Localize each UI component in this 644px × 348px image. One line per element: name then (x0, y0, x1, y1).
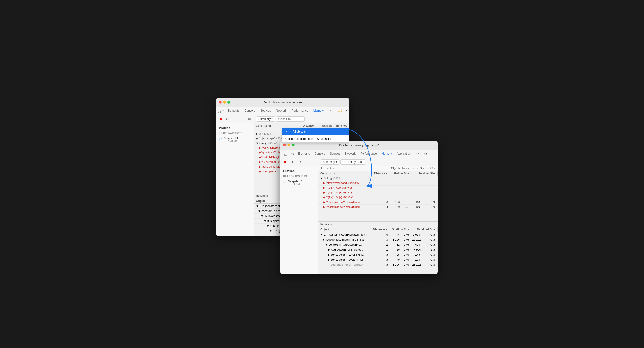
all-objects-label: All objects (320, 167, 332, 170)
tab-elements-bg[interactable]: Elements (225, 108, 242, 114)
traffic-lights-fg (283, 144, 294, 146)
table-row[interactable]: ▼ (string) ×31694 (318, 176, 438, 181)
snapshot1-label-fg: Snapshot 1 (288, 180, 303, 183)
table-row[interactable]: ▶ "^data:image\/(?:bmp|gif|jpeg 6 100 0 … (318, 200, 438, 205)
close-btn-fg[interactable] (283, 144, 286, 146)
inspect-icon[interactable]: ⬚ (218, 108, 221, 114)
snapshot1-item-bg[interactable]: 📄 Snapshot 1 15.8 MB (216, 136, 254, 144)
tab-more-bg[interactable]: >> (326, 108, 335, 114)
close-btn-bg[interactable] (219, 101, 222, 104)
collect-icon[interactable]: ⊞ (247, 116, 252, 122)
td-shallow-pct: 0 % (402, 205, 410, 209)
upload-icon-fg[interactable]: ↑ (298, 159, 304, 165)
ret-row[interactable]: ▶ constructor in system / M 3 40 0 % 104… (318, 257, 438, 262)
collect-icon-fg[interactable]: ⊞ (311, 159, 317, 165)
download-icon-fg[interactable]: ↓ (304, 159, 310, 165)
inspect-icon-fg[interactable]: ⬚ (282, 151, 289, 157)
td-retained-pct: 0 % (422, 205, 438, 209)
settings-icon-bg[interactable]: ⚙ (346, 108, 349, 114)
dropdown-item-before-snapshot-bg[interactable]: Objects allocated before Snapshot 1 (282, 135, 349, 142)
tab-sources-fg[interactable]: Sources (328, 151, 343, 157)
minimize-btn-fg[interactable] (288, 144, 290, 146)
summary-dropdown-bg[interactable]: Summary ▾ (256, 116, 275, 122)
tab-performance-fg[interactable]: Performance (358, 151, 379, 157)
retainers-section-fg: Retainers Object Distance▲ Shallow Size … (318, 221, 438, 274)
th-shallow-fg: Shallow Size (390, 171, 412, 176)
minimize-btn-bg[interactable] (223, 101, 226, 104)
summary-dropdown-fg[interactable]: Summary ▾ (320, 159, 340, 165)
ret-td-shallow-pct: 0 % (402, 252, 410, 257)
tab-warning-bg[interactable]: ⚠ 2 (335, 108, 345, 114)
filter-btn-fg[interactable]: ▽ Filter by class (340, 159, 365, 165)
ret-row[interactable]: ▼ regexp_last_match_info in sys 3 1 196 … (318, 237, 438, 242)
snapshot1-item-fg[interactable]: 📄 Snapshot 1 11.7 MB (280, 178, 318, 187)
window-title-bg: DevTools - www.google.com/ (263, 100, 303, 104)
ret-row[interactable]: aggregate_error_function 3 1 196 0 % 25 … (318, 262, 438, 267)
tab-elements-fg[interactable]: Elements (296, 151, 312, 157)
dropdown-arrow-fg: ▾ (336, 160, 337, 164)
table-row[interactable]: ▶ "^data:image\/(?:bmp|gif|jpeg 4 100 0 … (318, 205, 438, 209)
devtools-window-fg: DevTools - www.google.com/ ⬚ ▭ Elements … (280, 141, 438, 274)
ret-row[interactable]: ▶ AggregateError in Object 1 20 0 % 77 9… (318, 247, 438, 252)
class-filter-bg[interactable] (276, 116, 304, 122)
ret-td-distance: 3 (371, 257, 390, 262)
device-icon-fg[interactable]: ▭ (289, 151, 296, 157)
tab-sources-bg[interactable]: Sources (258, 108, 273, 114)
clear-icon[interactable]: ⊘ (224, 116, 230, 122)
ret-td-object: ▼ context in AggregateError() (318, 242, 371, 247)
tab-memory-bg[interactable]: Memory (311, 108, 326, 114)
maximize-btn-bg[interactable] (228, 101, 230, 104)
table-row[interactable]: ▶ "^(?:([^:/?#.]+):)?(?:\/\/(?: (318, 190, 438, 195)
th-distance-fg: Distance▲ (371, 171, 390, 176)
ret-td-retained: 408 (410, 242, 422, 247)
ret-td-retained-pct: 0 % (422, 252, 438, 257)
tab-memory-fg[interactable]: Memory (379, 151, 394, 157)
table-row[interactable]: ▶ "https://www.google.com/xjs/_ (318, 181, 438, 186)
ret-row[interactable]: ▶ constructor in Error @541 3 28 0 % 148… (318, 252, 438, 257)
tab-network-fg[interactable]: Network (343, 151, 358, 157)
maximize-btn-fg[interactable] (292, 144, 294, 146)
ret-td-shallow-pct: 0 % (402, 242, 410, 247)
tab-performance-bg[interactable]: Performance (289, 108, 310, 114)
ret-th-shallow-fg: Shallow Size (390, 227, 412, 232)
clear-icon-fg[interactable]: ⊘ (289, 159, 294, 165)
record-icon[interactable]: ⏺ (218, 116, 224, 122)
dropdown-overlay-bg[interactable]: ✓ ✓ All objects Objects allocated before… (282, 128, 349, 143)
upload-icon[interactable]: ↑ (233, 116, 239, 122)
ret-table-header-fg: Object Distance▲ Shallow Size Retained S… (318, 227, 438, 232)
tab-network-bg[interactable]: Network (274, 108, 289, 114)
ret-td-distance: 3 (371, 237, 390, 242)
td-distance: 4 (371, 205, 390, 209)
settings-icon-fg[interactable]: ⚙ (422, 151, 429, 157)
td-shallow: 100 (390, 200, 402, 204)
snapshot1-size-fg: 11.7 MB (292, 183, 303, 186)
record-icon-fg[interactable]: ⏺ (282, 159, 288, 165)
td-constructor: ▶ "^(?:([^:/?#.]+):)?(?:\/\/(?: (318, 195, 371, 200)
tab-application-fg[interactable]: Application (394, 151, 413, 157)
secondary-dropdown-chevron[interactable]: ▾ (434, 167, 436, 170)
ret-td-shallow-pct: 0 % (402, 262, 410, 267)
tab-console-bg[interactable]: Console (242, 108, 258, 114)
ret-td-retained-pct: 0 % (422, 237, 438, 242)
td-constructor: ▶ "^data:image\/(?:bmp|gif|jpeg (318, 205, 371, 209)
ret-td-shallow: 1 196 (390, 262, 402, 267)
download-icon[interactable]: ↓ (240, 116, 246, 122)
tab-console-fg[interactable]: Console (312, 151, 328, 157)
ret-row[interactable]: ▼ 1 in system / RegExpMatchInfo @ 4 44 0… (318, 232, 438, 237)
tab-more-fg[interactable]: >> (413, 151, 421, 157)
all-objects-chevron[interactable]: ▾ (333, 167, 335, 170)
ret-td-object: ▼ 1 in system / RegExpMatchInfo @ (318, 232, 371, 237)
ret-td-retained: 148 (410, 252, 422, 257)
snapshot-icon-fg: 📄 (283, 181, 287, 184)
device-icon[interactable]: ▭ (222, 108, 224, 114)
ret-row[interactable]: ▼ context in AggregateError() 2 32 0 % 4… (318, 242, 438, 247)
dropdown-item-all-objects-bg[interactable]: ✓ ✓ All objects (282, 128, 349, 135)
table-row[interactable]: ▶ "^(?:([^:/?#.]+):)?(?:\/\/(?: (318, 195, 438, 200)
table-row[interactable]: ▶ "^(?:([^:/?#.]+):)?(?:\/\/(?: (318, 186, 438, 190)
more-icon-fg[interactable]: ⋮ (429, 151, 436, 157)
ret-td-shallow: 32 (390, 242, 402, 247)
ret-td-distance: 2 (371, 242, 390, 247)
ret-th-retained-fg: Retained Size (412, 227, 438, 232)
td-shallow-pct: 0 % (402, 200, 410, 204)
ret-td-distance: 1 (371, 247, 390, 252)
